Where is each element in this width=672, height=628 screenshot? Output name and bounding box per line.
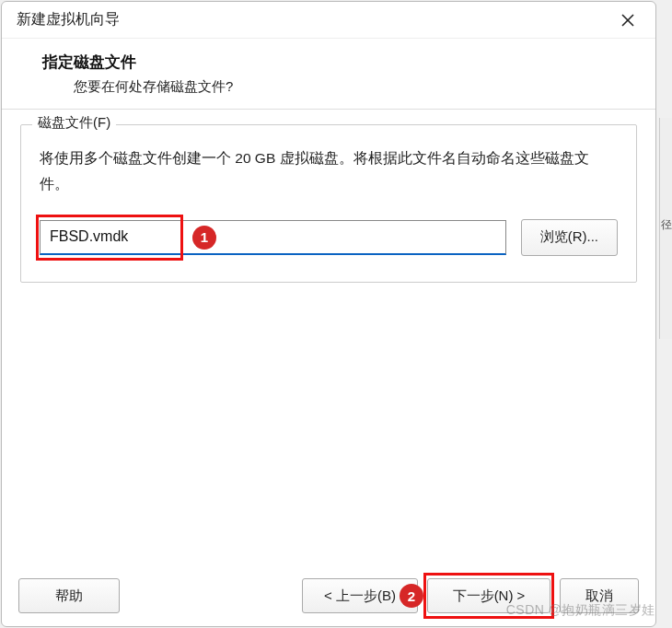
wizard-dialog: 新建虚拟机向导 指定磁盘文件 您要在何处存储磁盘文件? 磁盘文件(F) 将使用多… bbox=[1, 1, 656, 627]
browse-button[interactable]: 浏览(R)... bbox=[521, 219, 618, 256]
back-button[interactable]: < 上一步(B) bbox=[302, 578, 418, 613]
file-input-wrap: 1 bbox=[40, 220, 506, 255]
help-button[interactable]: 帮助 bbox=[18, 578, 120, 613]
next-button[interactable]: 下一步(N) > bbox=[427, 578, 550, 613]
step-subtitle: 您要在何处存储磁盘文件? bbox=[42, 78, 630, 96]
close-button[interactable] bbox=[613, 7, 643, 33]
side-char: 径 bbox=[661, 217, 672, 230]
next-button-wrap: 下一步(N) > bbox=[427, 578, 550, 613]
close-icon bbox=[620, 13, 635, 28]
step-title: 指定磁盘文件 bbox=[42, 52, 630, 73]
titlebar: 新建虚拟机向导 bbox=[2, 2, 655, 39]
disk-file-input[interactable] bbox=[40, 220, 506, 255]
footer-bar: 帮助 < 上一步(B) 2 下一步(N) > 取消 bbox=[2, 567, 655, 626]
wizard-header: 指定磁盘文件 您要在何处存储磁盘文件? bbox=[2, 39, 655, 110]
back-button-wrap: < 上一步(B) 2 bbox=[302, 578, 418, 613]
content-area: 磁盘文件(F) 将使用多个磁盘文件创建一个 20 GB 虚拟磁盘。将根据此文件名… bbox=[2, 110, 655, 567]
file-input-row: 1 浏览(R)... bbox=[40, 219, 618, 256]
disk-file-group: 磁盘文件(F) 将使用多个磁盘文件创建一个 20 GB 虚拟磁盘。将根据此文件名… bbox=[20, 124, 637, 283]
window-title: 新建虚拟机向导 bbox=[17, 10, 120, 29]
group-description: 将使用多个磁盘文件创建一个 20 GB 虚拟磁盘。将根据此文件名自动命名这些磁盘… bbox=[40, 145, 618, 197]
group-legend: 磁盘文件(F) bbox=[32, 114, 116, 132]
cancel-button[interactable]: 取消 bbox=[560, 578, 639, 613]
